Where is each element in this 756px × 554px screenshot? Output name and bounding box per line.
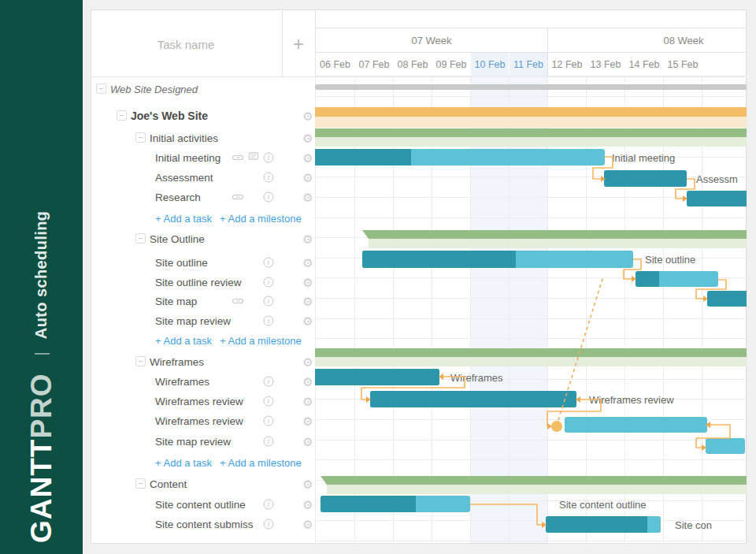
task-list-label[interactable]: Site map — [155, 296, 197, 307]
task-bar-site-map-review-bar[interactable] — [706, 438, 745, 454]
day-header-cell[interactable]: 07 Feb — [355, 53, 393, 76]
info-icon[interactable]: i — [264, 192, 274, 203]
task-list-label[interactable]: Site outline — [155, 257, 208, 269]
task-list-label[interactable]: Joe's Web Site — [131, 110, 208, 122]
day-header-cell[interactable]: 11 Feb — [510, 53, 547, 76]
info-icon[interactable]: i — [264, 296, 274, 307]
collapse-toggle[interactable]: − — [135, 132, 146, 143]
day-header-cell[interactable]: 12 Feb — [548, 53, 586, 76]
task-bar-site-outline[interactable] — [362, 251, 633, 268]
task-list-label[interactable]: Wireframes — [155, 376, 209, 388]
gear-icon[interactable]: ⚙ — [302, 191, 313, 205]
day-header-cell[interactable]: 10 Feb — [471, 53, 509, 76]
task-bar-initial-meeting[interactable] — [315, 149, 605, 165]
collapse-toggle[interactable]: − — [96, 84, 106, 94]
task-list-label[interactable]: Site content outline — [155, 499, 246, 511]
collapse-toggle[interactable]: − — [135, 233, 146, 244]
task-list-label[interactable]: Wireframes — [150, 356, 204, 368]
collapse-toggle[interactable]: − — [135, 356, 146, 366]
task-list-label[interactable]: Initial activities — [150, 132, 218, 144]
add-milestone-link[interactable]: + Add a milestone — [220, 335, 302, 347]
task-list-label[interactable]: Content — [150, 478, 187, 490]
gear-icon[interactable]: ⚙ — [302, 295, 313, 309]
task-bar-wireframes-review-1[interactable] — [370, 391, 576, 407]
gear-icon[interactable]: ⚙ — [302, 355, 313, 370]
add-milestone-link[interactable]: + Add a milestone — [220, 213, 302, 225]
info-icon[interactable]: i — [264, 416, 274, 426]
task-bar-site-map[interactable] — [707, 291, 747, 307]
gear-icon[interactable]: ⚙ — [302, 132, 313, 146]
add-column-button[interactable]: + — [293, 33, 304, 55]
task-bar-wireframes-review-2[interactable] — [565, 417, 707, 433]
task-list-label[interactable]: Initial meeting — [155, 152, 220, 164]
collapse-toggle[interactable]: − — [117, 110, 127, 121]
attachment-icon[interactable] — [232, 151, 244, 165]
gear-icon[interactable]: ⚙ — [302, 110, 313, 124]
task-list-label[interactable]: Site content submiss — [155, 519, 254, 530]
summary-bar-content-summary[interactable] — [321, 476, 747, 485]
task-list-label[interactable]: Site outline review — [155, 277, 242, 288]
week-header-cell[interactable]: 07 Week — [411, 35, 451, 46]
attachment-icon[interactable] — [232, 190, 244, 204]
info-icon[interactable]: i — [264, 173, 274, 183]
info-icon[interactable]: i — [264, 519, 274, 530]
task-bar-assessment[interactable] — [604, 170, 687, 187]
task-bar-site-content-submiss[interactable] — [546, 516, 661, 533]
gear-icon[interactable]: ⚙ — [302, 232, 313, 247]
project-bar-web-site-designed[interactable] — [315, 84, 747, 90]
info-icon[interactable]: i — [264, 500, 274, 510]
add-milestone-link[interactable]: + Add a milestone — [220, 457, 302, 469]
gear-icon[interactable]: ⚙ — [302, 435, 313, 449]
gear-icon[interactable]: ⚙ — [302, 415, 313, 429]
bar-label: Wireframes — [450, 371, 502, 383]
task-list-label[interactable]: Wireframes review — [155, 396, 243, 407]
attachment-icon[interactable] — [232, 294, 244, 308]
day-header-cell[interactable] — [702, 53, 747, 76]
info-icon[interactable]: i — [264, 377, 274, 387]
task-list-label[interactable]: Assessment — [155, 172, 213, 184]
task-bar-site-outline-review[interactable] — [636, 271, 718, 287]
gear-icon[interactable]: ⚙ — [302, 151, 313, 165]
task-list-label[interactable]: Web Site Designed — [110, 84, 198, 95]
task-bar-research[interactable] — [687, 191, 747, 206]
task-bar-wireframes[interactable] — [315, 369, 439, 385]
day-header-cell[interactable]: 15 Feb — [664, 53, 702, 76]
task-list-label[interactable]: Site Outline — [150, 233, 205, 245]
collapse-toggle[interactable]: − — [135, 478, 146, 489]
day-header-cell[interactable]: 09 Feb — [432, 53, 470, 76]
info-icon[interactable]: i — [264, 396, 274, 407]
gear-icon[interactable]: ⚙ — [302, 256, 313, 270]
gear-icon[interactable]: ⚙ — [302, 478, 313, 492]
day-header-cell[interactable]: 13 Feb — [587, 53, 624, 76]
gear-icon[interactable]: ⚙ — [302, 395, 313, 409]
task-list-label[interactable]: Site map review — [155, 436, 231, 448]
gear-icon[interactable]: ⚙ — [302, 518, 313, 532]
add-task-link[interactable]: + Add a task — [155, 335, 212, 347]
task-list-label[interactable]: Research — [155, 191, 201, 203]
gear-icon[interactable]: ⚙ — [302, 171, 313, 185]
summary-bar-wireframes-summary[interactable] — [315, 348, 747, 357]
gear-icon[interactable]: ⚙ — [302, 276, 313, 290]
info-icon[interactable]: i — [264, 153, 274, 163]
summary-bar-joes-web-site[interactable] — [315, 107, 747, 117]
task-list-label[interactable]: Site map review — [155, 315, 231, 327]
day-header-cell[interactable]: 06 Feb — [316, 53, 354, 76]
task-bar-site-content-outline[interactable] — [321, 496, 470, 512]
summary-progress-wireframes-summary — [315, 357, 747, 366]
gear-icon[interactable]: ⚙ — [302, 498, 313, 512]
gear-icon[interactable]: ⚙ — [302, 375, 313, 389]
week-header-cell[interactable]: 08 Week — [663, 35, 703, 46]
summary-bar-initial-activities[interactable] — [315, 128, 747, 137]
day-header-cell[interactable]: 08 Feb — [394, 53, 432, 76]
task-list-label[interactable]: Wireframes review — [155, 415, 243, 427]
day-header-cell[interactable]: 14 Feb — [625, 53, 663, 76]
info-icon[interactable]: i — [264, 258, 274, 268]
info-icon[interactable]: i — [264, 437, 274, 447]
gear-icon[interactable]: ⚙ — [302, 314, 313, 329]
add-task-link[interactable]: + Add a task — [155, 457, 212, 469]
add-task-link[interactable]: + Add a task — [155, 213, 212, 225]
info-icon[interactable]: i — [264, 277, 274, 288]
info-icon[interactable]: i — [264, 316, 274, 326]
summary-bar-site-outline-summary[interactable] — [362, 230, 747, 239]
comment-icon[interactable] — [249, 151, 259, 165]
